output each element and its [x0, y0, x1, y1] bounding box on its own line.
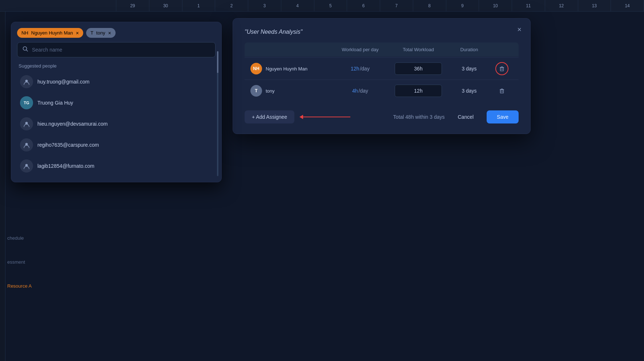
modal-close-button[interactable]: ×	[514, 24, 524, 35]
suggestion-avatar	[20, 138, 33, 151]
tag-initials: T	[90, 30, 93, 36]
svg-rect-5	[500, 90, 504, 93]
col-header-duration: Duration	[447, 47, 491, 52]
selected-tags: NH Nguyen Huynh Man × T tony ×	[17, 28, 216, 38]
assignee-info: NH Nguyen Huynh Man	[250, 63, 331, 74]
arrow-indicator	[303, 117, 350, 117]
suggestion-avatar	[20, 159, 33, 173]
suggestion-name: lagib12854@furnato.com	[37, 163, 94, 169]
suggestion-item[interactable]: huy.truong@gmail.com	[17, 72, 216, 92]
col-header-name	[250, 47, 331, 52]
tag-name: tony	[96, 30, 105, 36]
assignee-dropdown: NH Nguyen Huynh Man × T tony × Suggested…	[11, 22, 222, 182]
search-box[interactable]	[17, 42, 216, 57]
suggestion-avatar	[20, 75, 33, 88]
modal-footer: + Add Assignee Total 48h within 3 days C…	[245, 110, 519, 123]
delete-row-button[interactable]	[495, 84, 508, 97]
footer-left: + Add Assignee	[245, 110, 350, 123]
suggestion-item[interactable]: regiho7635@carspure.com	[17, 135, 216, 155]
timeline-date-cell: 12	[545, 0, 578, 11]
main-modal: × "User Needs Analysis" Workload per day…	[233, 18, 531, 134]
delete-cell	[491, 84, 513, 97]
save-button[interactable]: Save	[487, 110, 519, 123]
timeline-date-cell: 3	[248, 0, 281, 11]
svg-line-9	[27, 50, 28, 52]
timeline-date-cell: 1	[182, 0, 216, 11]
col-header-actions	[491, 47, 513, 52]
duration-cell: 3 days	[447, 66, 491, 72]
search-icon	[23, 46, 28, 53]
table-header: Workload per day Total Workload Duration	[245, 42, 519, 57]
total-workload-input[interactable]	[395, 85, 442, 97]
total-workload-cell	[389, 85, 447, 97]
workload-per-day-cell: 4h /day	[331, 88, 389, 94]
suggestion-name: hieu.nguyen@devsamurai.com	[37, 121, 108, 127]
suggestion-item[interactable]: lagib12854@furnato.com	[17, 156, 216, 176]
tag-remove-button[interactable]: ×	[108, 31, 111, 36]
left-sidebar	[0, 12, 5, 361]
suggestion-name: huy.truong@gmail.com	[37, 79, 89, 85]
total-workload-input[interactable]	[395, 62, 442, 75]
scrollbar-thumb[interactable]	[217, 51, 218, 73]
scrollbar-track[interactable]	[217, 51, 218, 176]
search-input[interactable]	[32, 47, 210, 53]
suggestion-avatar: TG	[20, 96, 33, 109]
assignee-info: T tony	[250, 85, 331, 97]
workload-per-day-cell: 12h /day	[331, 66, 389, 72]
timeline-date-cell: 14	[611, 0, 644, 11]
timeline-date-cell: 2	[215, 0, 248, 11]
col-header-total-workload: Total Workload	[389, 47, 447, 52]
cancel-button[interactable]: Cancel	[450, 110, 481, 123]
col-header-workload-per-day: Workload per day	[331, 47, 389, 52]
timeline-date-cell: 6	[347, 0, 380, 11]
suggestion-item[interactable]: hieu.nguyen@devsamurai.com	[17, 114, 216, 134]
timeline-date-cell: 29	[116, 0, 149, 11]
selected-tag: NH Nguyen Huynh Man ×	[17, 28, 83, 38]
add-assignee-button[interactable]: + Add Assignee	[245, 110, 294, 123]
bg-resource-label: Resource A	[7, 283, 32, 289]
table-body: NH Nguyen Huynh Man 12h /day 3 days	[245, 57, 519, 102]
timeline-date-cell: 13	[578, 0, 611, 11]
bg-essment-label: essment	[7, 259, 25, 265]
bg-schedule-label: chedule	[7, 235, 24, 241]
timeline-date-cell: 4	[281, 0, 314, 11]
suggestion-item[interactable]: TG Truong Gia Huy	[17, 93, 216, 113]
total-summary: Total 48h within 3 days	[393, 114, 445, 120]
timeline-header: 29301234567891011121314	[0, 0, 644, 12]
avatar: T	[250, 85, 262, 97]
duration-cell: 3 days	[447, 88, 491, 94]
workload-highlight: 12h	[351, 66, 359, 72]
avatar: NH	[250, 63, 262, 74]
selected-tag: T tony ×	[86, 28, 116, 38]
workload-highlight: 4h	[352, 88, 358, 94]
assignee-name: Nguyen Huynh Man	[266, 66, 307, 72]
suggestion-name: regiho7635@carspure.com	[37, 142, 99, 148]
timeline-date-cell: 10	[479, 0, 512, 11]
timeline-date-cell: 9	[446, 0, 479, 11]
suggestion-name: Truong Gia Huy	[37, 100, 73, 106]
timeline-date-cell: 5	[314, 0, 347, 11]
timeline-date-cell: 11	[512, 0, 545, 11]
modal-title: "User Needs Analysis"	[245, 29, 519, 35]
delete-row-button[interactable]	[495, 62, 508, 75]
timeline-date-cell: 7	[380, 0, 413, 11]
total-workload-cell	[389, 62, 447, 75]
arrow-head	[299, 115, 303, 119]
table-row: NH Nguyen Huynh Man 12h /day 3 days	[245, 57, 519, 80]
assignee-name: tony	[266, 88, 275, 94]
timeline-date-cell: 8	[413, 0, 446, 11]
table-row: T tony 4h /day 3 days	[245, 80, 519, 102]
arrow-line	[303, 117, 350, 117]
timeline-date-cell: 30	[149, 0, 182, 11]
timeline-dates: 29301234567891011121314	[116, 0, 644, 11]
tag-initials: NH	[21, 30, 28, 36]
workload-suffix: /day	[359, 88, 368, 94]
suggestion-avatar	[20, 117, 33, 130]
tag-remove-button[interactable]: ×	[76, 31, 79, 36]
suggestion-list: huy.truong@gmail.com TG Truong Gia Huy h…	[17, 72, 216, 176]
tag-name: Nguyen Huynh Man	[31, 30, 73, 36]
workload-suffix: /day	[360, 66, 369, 72]
suggested-label: Suggested people	[17, 63, 216, 69]
timeline-spacer	[0, 0, 116, 11]
delete-cell	[491, 62, 513, 75]
